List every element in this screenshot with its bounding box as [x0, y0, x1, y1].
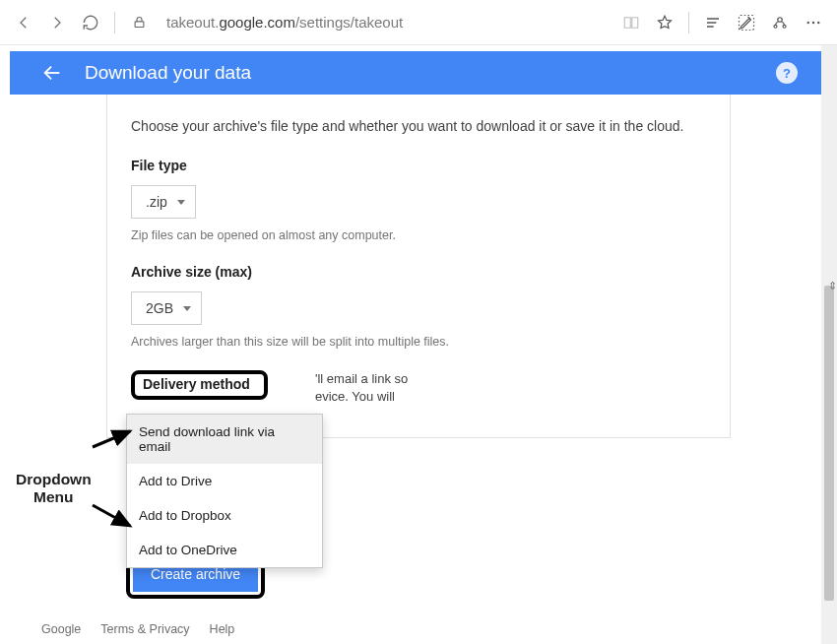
- svg-point-3: [774, 25, 777, 28]
- file-type-value: .zip: [146, 194, 167, 210]
- delivery-method-label: Delivery method: [131, 370, 268, 400]
- browser-toolbar: takeout.google.com/settings/takeout: [0, 0, 837, 45]
- archive-size-helper: Archives larger than this size will be s…: [131, 335, 466, 349]
- notes-icon[interactable]: [737, 13, 756, 32]
- delivery-hint-partial: 'll email a link so evice. You will: [315, 370, 433, 406]
- page-title: Download your data: [85, 62, 776, 84]
- toolbar-right: [621, 12, 823, 33]
- reading-view-icon[interactable]: [621, 13, 641, 32]
- refresh-icon[interactable]: [81, 13, 100, 32]
- address-bar[interactable]: takeout.google.com/settings/takeout: [166, 14, 403, 31]
- share-icon[interactable]: [770, 13, 790, 32]
- annotation-line1: Dropdown: [16, 471, 92, 487]
- footer-links: Google Terms & Privacy Help: [41, 622, 234, 636]
- file-type-section: File type .zip Zip files can be opened o…: [131, 158, 706, 242]
- delivery-method-dropdown: Send download link via email Add to Driv…: [126, 414, 323, 568]
- file-type-helper: Zip files can be opened on almost any co…: [131, 228, 466, 242]
- footer-link[interactable]: Google: [41, 622, 81, 636]
- scrollbar-track[interactable]: [821, 45, 837, 644]
- scrollbar-thumb[interactable]: [824, 286, 834, 601]
- archive-size-select[interactable]: 2GB: [131, 291, 202, 325]
- intro-text: Choose your archive's file type and whet…: [131, 118, 706, 134]
- back-icon[interactable]: [14, 13, 33, 32]
- hub-icon[interactable]: [703, 13, 723, 32]
- dropdown-option[interactable]: Send download link via email: [127, 415, 322, 464]
- svg-rect-0: [135, 22, 144, 28]
- forward-icon[interactable]: [47, 13, 67, 32]
- help-icon[interactable]: ?: [776, 62, 798, 84]
- header-back-icon[interactable]: [39, 60, 65, 86]
- dropdown-option[interactable]: Add to OneDrive: [127, 533, 322, 567]
- svg-line-9: [93, 505, 130, 526]
- dropdown-option[interactable]: Add to Drive: [127, 464, 322, 498]
- annotation-line2: Menu: [33, 488, 73, 505]
- svg-point-6: [812, 21, 814, 23]
- annotation-arrow-icon: [91, 502, 138, 532]
- footer-link[interactable]: Help: [210, 622, 235, 636]
- dropdown-option[interactable]: Add to Dropbox: [127, 498, 322, 533]
- footer-link[interactable]: Terms & Privacy: [100, 622, 189, 636]
- annotation-label: Dropdown Menu: [16, 471, 92, 506]
- chevron-down-icon: [183, 306, 191, 311]
- file-type-select[interactable]: .zip: [131, 185, 196, 219]
- favorite-star-icon[interactable]: [655, 13, 675, 32]
- svg-point-5: [807, 21, 809, 23]
- toolbar-separator: [688, 12, 689, 33]
- chevron-down-icon: [177, 200, 185, 205]
- lock-icon: [129, 13, 149, 32]
- svg-point-2: [778, 17, 783, 22]
- url-path: /settings/takeout: [295, 14, 403, 31]
- url-prefix: takeout.: [166, 14, 219, 31]
- annotation-arrow-icon: [91, 425, 138, 451]
- archive-size-value: 2GB: [146, 300, 173, 316]
- svg-point-7: [817, 21, 819, 23]
- resize-caret-icon: ⇕: [828, 280, 837, 292]
- archive-size-section: Archive size (max) 2GB Archives larger t…: [131, 264, 706, 349]
- more-icon[interactable]: [804, 13, 823, 32]
- page-header: Download your data ?: [10, 51, 827, 95]
- archive-size-label: Archive size (max): [131, 264, 706, 280]
- svg-point-4: [783, 25, 786, 28]
- file-type-label: File type: [131, 158, 706, 173]
- svg-line-8: [93, 431, 130, 447]
- url-host: google.com: [219, 14, 295, 31]
- toolbar-separator: [114, 12, 115, 33]
